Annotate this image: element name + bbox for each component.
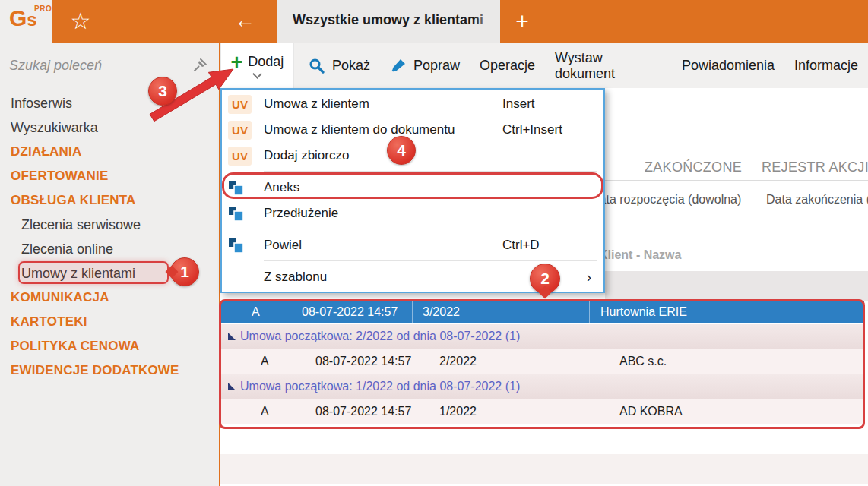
sidebar-nav: Infoserwis Wyszukiwarka DZIAŁANIA OFERTO…: [0, 91, 219, 383]
group-by-label[interactable]: Klient - Nazwa: [599, 248, 681, 262]
filter-end-date[interactable]: Data zakończenia (dowolna): [766, 193, 868, 207]
toolbar: + Dodaj Pokaż Popraw Operacje Wystaw dok…: [220, 43, 868, 88]
menu-item-label: Powiel: [264, 238, 502, 253]
menu-item-powiel[interactable]: Powiel Ctrl+D: [222, 232, 603, 258]
submenu-arrow-icon: ›: [587, 270, 591, 286]
sidebar-section-polityka-cenowa[interactable]: POLITYKA CENOWA: [0, 334, 219, 358]
magnifier-icon: [309, 58, 325, 74]
tab-rejestr-akcji[interactable]: REJESTR AKCJI: [762, 159, 868, 175]
back-arrow-icon[interactable]: ←: [228, 6, 261, 36]
show-button[interactable]: Pokaż: [299, 43, 380, 88]
brush-icon: [390, 58, 407, 74]
notifications-button[interactable]: Powiadomienia: [672, 43, 784, 88]
annotation-badge-1: 1: [170, 257, 199, 286]
information-label: Informacje: [794, 58, 858, 74]
operations-button[interactable]: Operacje: [470, 43, 545, 88]
menu-item-umowa-z-klientem[interactable]: UV Umowa z klientem Insert: [222, 91, 603, 117]
issue-document-button[interactable]: Wystaw dokument: [545, 43, 672, 88]
menu-item-label: Dodaj zbiorczo: [264, 148, 502, 163]
menu-item-label: Przedłużenie: [264, 206, 502, 221]
annotation-badge-3: 3: [148, 77, 177, 106]
chevron-down-icon: [252, 69, 262, 79]
menu-item-przedluzenie[interactable]: Przedłużenie: [222, 200, 603, 226]
favorites-star-icon[interactable]: ☆: [67, 6, 94, 36]
issue-document-label: Wystaw dokument: [555, 50, 662, 82]
menu-item-label: Umowa z klientem do dokumentu: [264, 122, 502, 137]
column-header-band: [605, 271, 868, 301]
annotation-highlight-aneks: [222, 172, 603, 199]
menu-shortcut: Ctrl+Insert: [502, 122, 562, 137]
show-button-label: Pokaż: [332, 58, 370, 74]
operations-label: Operacje: [480, 58, 535, 74]
filter-start-date[interactable]: Data rozpoczęcia (dowolna): [591, 193, 741, 207]
copy-pages-icon: [228, 235, 254, 255]
menu-separator: [264, 229, 597, 229]
app-logo: Gs PRO: [0, 0, 52, 43]
sidebar-item-zlecenia-serwisowe[interactable]: Zlecenia serwisowe: [0, 213, 219, 237]
logo-text: Gs PRO: [9, 7, 37, 30]
sidebar-section-ofertowanie[interactable]: OFERTOWANIE: [0, 164, 219, 188]
tab-title: Wszystkie umowy z klientami: [293, 12, 483, 28]
title-bar: Gs PRO ☆ ← Wszystkie umowy z klientami +: [0, 0, 868, 43]
grid-footer-band: [220, 454, 868, 484]
information-button[interactable]: Informacje: [784, 43, 868, 88]
logo-letter-g: G: [9, 5, 27, 30]
copy-pages-icon: [228, 204, 254, 223]
uv-document-icon: UV: [228, 147, 252, 166]
new-tab-plus-icon[interactable]: +: [505, 6, 540, 36]
sidebar-section-ewidencje-dodatkowe[interactable]: EWIDENCJE DODATKOWE: [0, 358, 219, 383]
menu-shortcut: Ctrl+D: [502, 238, 540, 253]
tab-wszystkie-umowy[interactable]: Wszystkie umowy z klientami: [277, 0, 500, 43]
tab-zakonczone[interactable]: ZAKOŃCZONE: [645, 159, 742, 175]
app-window: Gs PRO ☆ ← Wszystkie umowy z klientami +…: [0, 0, 868, 486]
edit-button[interactable]: Popraw: [380, 43, 470, 88]
sidebar-section-obsluga-klienta[interactable]: OBSŁUGA KLIENTA: [0, 188, 219, 213]
notifications-label: Powiadomienia: [682, 58, 775, 74]
sidebar-section-dzialania[interactable]: DZIAŁANIA: [0, 140, 219, 164]
add-button-label: Dodaj: [248, 54, 284, 70]
logo-pro-label: PRO: [34, 5, 52, 13]
menu-item-label: Umowa z klientem: [264, 96, 502, 112]
menu-separator: [264, 171, 597, 172]
sidebar-section-komunikacja[interactable]: KOMUNIKACJA: [0, 286, 219, 310]
sidebar-section-kartoteki[interactable]: KARTOTEKI: [0, 310, 219, 334]
tabs-separator: [605, 180, 868, 181]
menu-shortcut: Insert: [502, 96, 535, 112]
menu-item-umowa-do-dokumentu[interactable]: UV Umowa z klientem do dokumentu Ctrl+In…: [222, 117, 603, 143]
annotation-badge-2: 2: [530, 264, 560, 294]
annotation-badge-4: 4: [387, 136, 416, 165]
annotation-highlight-table: [219, 299, 865, 429]
menu-separator: [264, 260, 597, 261]
menu-item-label: Z szablonu: [264, 270, 502, 285]
annotation-highlight-sidebar-item: [18, 261, 169, 284]
edit-button-label: Popraw: [413, 58, 460, 74]
